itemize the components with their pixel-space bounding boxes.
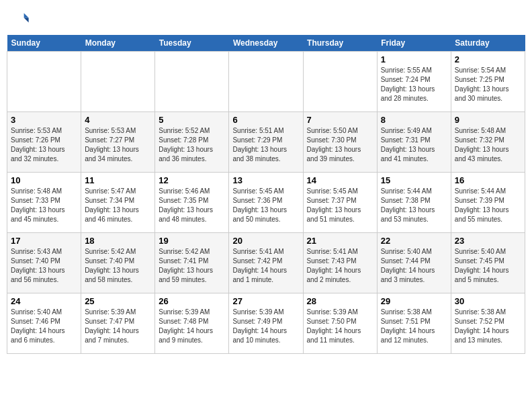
day-info: Sunrise: 5:50 AM Sunset: 7:30 PM Dayligh… bbox=[307, 126, 373, 164]
calendar-cell bbox=[229, 52, 303, 112]
weekday-header-saturday: Saturday bbox=[451, 35, 525, 52]
day-number: 30 bbox=[455, 296, 521, 306]
day-info: Sunrise: 5:45 AM Sunset: 7:36 PM Dayligh… bbox=[232, 187, 299, 224]
day-number: 17 bbox=[11, 236, 77, 246]
day-info: Sunrise: 5:51 AM Sunset: 7:29 PM Dayligh… bbox=[232, 126, 299, 164]
calendar-cell: 17Sunrise: 5:43 AM Sunset: 7:40 PM Dayli… bbox=[7, 233, 81, 293]
day-number: 8 bbox=[381, 115, 447, 125]
calendar-cell: 6Sunrise: 5:51 AM Sunset: 7:29 PM Daylig… bbox=[229, 112, 303, 173]
day-info: Sunrise: 5:40 AM Sunset: 7:45 PM Dayligh… bbox=[455, 247, 521, 285]
calendar-cell: 2Sunrise: 5:54 AM Sunset: 7:25 PM Daylig… bbox=[451, 52, 525, 112]
day-number: 18 bbox=[85, 236, 151, 246]
calendar-cell: 14Sunrise: 5:45 AM Sunset: 7:37 PM Dayli… bbox=[303, 173, 377, 233]
day-number: 20 bbox=[232, 236, 299, 246]
day-number: 4 bbox=[85, 115, 151, 125]
weekday-header-sunday: Sunday bbox=[7, 35, 81, 52]
day-info: Sunrise: 5:53 AM Sunset: 7:27 PM Dayligh… bbox=[85, 126, 151, 164]
calendar-cell: 15Sunrise: 5:44 AM Sunset: 7:38 PM Dayli… bbox=[377, 173, 451, 233]
calendar-cell: 13Sunrise: 5:45 AM Sunset: 7:36 PM Dayli… bbox=[229, 173, 303, 233]
day-info: Sunrise: 5:43 AM Sunset: 7:40 PM Dayligh… bbox=[11, 247, 77, 285]
calendar-cell: 1Sunrise: 5:55 AM Sunset: 7:24 PM Daylig… bbox=[377, 52, 451, 112]
day-info: Sunrise: 5:48 AM Sunset: 7:32 PM Dayligh… bbox=[455, 126, 521, 164]
calendar-cell: 4Sunrise: 5:53 AM Sunset: 7:27 PM Daylig… bbox=[81, 112, 155, 173]
calendar-cell: 23Sunrise: 5:40 AM Sunset: 7:45 PM Dayli… bbox=[451, 233, 525, 293]
weekday-header-monday: Monday bbox=[81, 35, 155, 52]
logo-icon bbox=[11, 9, 30, 28]
day-info: Sunrise: 5:45 AM Sunset: 7:37 PM Dayligh… bbox=[307, 187, 373, 224]
day-info: Sunrise: 5:39 AM Sunset: 7:50 PM Dayligh… bbox=[307, 308, 373, 345]
day-number: 5 bbox=[159, 115, 225, 125]
day-number: 10 bbox=[11, 175, 77, 185]
calendar-cell: 3Sunrise: 5:53 AM Sunset: 7:26 PM Daylig… bbox=[7, 112, 81, 173]
calendar-cell: 16Sunrise: 5:44 AM Sunset: 7:39 PM Dayli… bbox=[451, 173, 525, 233]
day-info: Sunrise: 5:52 AM Sunset: 7:28 PM Dayligh… bbox=[159, 126, 225, 164]
day-info: Sunrise: 5:40 AM Sunset: 7:44 PM Dayligh… bbox=[381, 247, 447, 285]
day-number: 29 bbox=[381, 296, 447, 306]
day-number: 15 bbox=[381, 175, 447, 185]
page-header bbox=[7, 7, 525, 31]
weekday-header-row: SundayMondayTuesdayWednesdayThursdayFrid… bbox=[7, 35, 525, 52]
day-info: Sunrise: 5:40 AM Sunset: 7:46 PM Dayligh… bbox=[11, 308, 77, 345]
calendar-week-row: 3Sunrise: 5:53 AM Sunset: 7:26 PM Daylig… bbox=[7, 112, 525, 173]
day-number: 19 bbox=[159, 236, 225, 246]
day-info: Sunrise: 5:46 AM Sunset: 7:35 PM Dayligh… bbox=[159, 187, 225, 224]
day-number: 26 bbox=[159, 296, 225, 306]
day-info: Sunrise: 5:49 AM Sunset: 7:31 PM Dayligh… bbox=[381, 126, 447, 164]
calendar-cell bbox=[303, 52, 377, 112]
calendar-cell: 10Sunrise: 5:48 AM Sunset: 7:33 PM Dayli… bbox=[7, 173, 81, 233]
calendar-cell: 5Sunrise: 5:52 AM Sunset: 7:28 PM Daylig… bbox=[155, 112, 229, 173]
calendar-cell bbox=[155, 52, 229, 112]
calendar-cell: 11Sunrise: 5:47 AM Sunset: 7:34 PM Dayli… bbox=[81, 173, 155, 233]
calendar-cell: 8Sunrise: 5:49 AM Sunset: 7:31 PM Daylig… bbox=[377, 112, 451, 173]
calendar-cell: 12Sunrise: 5:46 AM Sunset: 7:35 PM Dayli… bbox=[155, 173, 229, 233]
calendar-cell: 20Sunrise: 5:41 AM Sunset: 7:42 PM Dayli… bbox=[229, 233, 303, 293]
day-info: Sunrise: 5:42 AM Sunset: 7:40 PM Dayligh… bbox=[85, 247, 151, 285]
day-number: 21 bbox=[307, 236, 373, 246]
day-info: Sunrise: 5:53 AM Sunset: 7:26 PM Dayligh… bbox=[11, 126, 77, 164]
weekday-header-thursday: Thursday bbox=[303, 35, 377, 52]
calendar-cell: 19Sunrise: 5:42 AM Sunset: 7:41 PM Dayli… bbox=[155, 233, 229, 293]
day-number: 13 bbox=[232, 175, 299, 185]
day-number: 3 bbox=[11, 115, 77, 125]
day-info: Sunrise: 5:42 AM Sunset: 7:41 PM Dayligh… bbox=[159, 247, 225, 285]
logo bbox=[11, 9, 32, 28]
day-info: Sunrise: 5:39 AM Sunset: 7:47 PM Dayligh… bbox=[85, 308, 151, 345]
day-number: 23 bbox=[455, 236, 521, 246]
day-info: Sunrise: 5:38 AM Sunset: 7:51 PM Dayligh… bbox=[381, 308, 447, 345]
day-number: 9 bbox=[455, 115, 521, 125]
weekday-header-wednesday: Wednesday bbox=[229, 35, 303, 52]
calendar-cell: 30Sunrise: 5:38 AM Sunset: 7:52 PM Dayli… bbox=[451, 293, 525, 354]
day-info: Sunrise: 5:54 AM Sunset: 7:25 PM Dayligh… bbox=[455, 66, 521, 103]
calendar-cell: 9Sunrise: 5:48 AM Sunset: 7:32 PM Daylig… bbox=[451, 112, 525, 173]
day-number: 14 bbox=[307, 175, 373, 185]
day-info: Sunrise: 5:41 AM Sunset: 7:42 PM Dayligh… bbox=[232, 247, 299, 285]
day-number: 24 bbox=[11, 296, 77, 306]
day-info: Sunrise: 5:44 AM Sunset: 7:38 PM Dayligh… bbox=[381, 187, 447, 224]
calendar-table: SundayMondayTuesdayWednesdayThursdayFrid… bbox=[7, 35, 525, 354]
calendar-week-row: 10Sunrise: 5:48 AM Sunset: 7:33 PM Dayli… bbox=[7, 173, 525, 233]
calendar-cell bbox=[81, 52, 155, 112]
calendar-cell: 21Sunrise: 5:41 AM Sunset: 7:43 PM Dayli… bbox=[303, 233, 377, 293]
day-number: 1 bbox=[381, 54, 447, 64]
calendar-cell: 29Sunrise: 5:38 AM Sunset: 7:51 PM Dayli… bbox=[377, 293, 451, 354]
calendar-cell: 26Sunrise: 5:39 AM Sunset: 7:48 PM Dayli… bbox=[155, 293, 229, 354]
day-number: 11 bbox=[85, 175, 151, 185]
day-info: Sunrise: 5:55 AM Sunset: 7:24 PM Dayligh… bbox=[381, 66, 447, 103]
calendar-cell: 27Sunrise: 5:39 AM Sunset: 7:49 PM Dayli… bbox=[229, 293, 303, 354]
calendar-cell: 18Sunrise: 5:42 AM Sunset: 7:40 PM Dayli… bbox=[81, 233, 155, 293]
calendar-cell: 28Sunrise: 5:39 AM Sunset: 7:50 PM Dayli… bbox=[303, 293, 377, 354]
day-info: Sunrise: 5:44 AM Sunset: 7:39 PM Dayligh… bbox=[455, 187, 521, 224]
calendar-cell: 25Sunrise: 5:39 AM Sunset: 7:47 PM Dayli… bbox=[81, 293, 155, 354]
weekday-header-friday: Friday bbox=[377, 35, 451, 52]
calendar-cell: 22Sunrise: 5:40 AM Sunset: 7:44 PM Dayli… bbox=[377, 233, 451, 293]
calendar-cell: 24Sunrise: 5:40 AM Sunset: 7:46 PM Dayli… bbox=[7, 293, 81, 354]
day-info: Sunrise: 5:38 AM Sunset: 7:52 PM Dayligh… bbox=[455, 308, 521, 345]
calendar-cell: 7Sunrise: 5:50 AM Sunset: 7:30 PM Daylig… bbox=[303, 112, 377, 173]
day-number: 12 bbox=[159, 175, 225, 185]
calendar-week-row: 24Sunrise: 5:40 AM Sunset: 7:46 PM Dayli… bbox=[7, 293, 525, 354]
calendar-week-row: 17Sunrise: 5:43 AM Sunset: 7:40 PM Dayli… bbox=[7, 233, 525, 293]
day-number: 22 bbox=[381, 236, 447, 246]
day-info: Sunrise: 5:48 AM Sunset: 7:33 PM Dayligh… bbox=[11, 187, 77, 224]
day-number: 6 bbox=[232, 115, 299, 125]
calendar-week-row: 1Sunrise: 5:55 AM Sunset: 7:24 PM Daylig… bbox=[7, 52, 525, 112]
